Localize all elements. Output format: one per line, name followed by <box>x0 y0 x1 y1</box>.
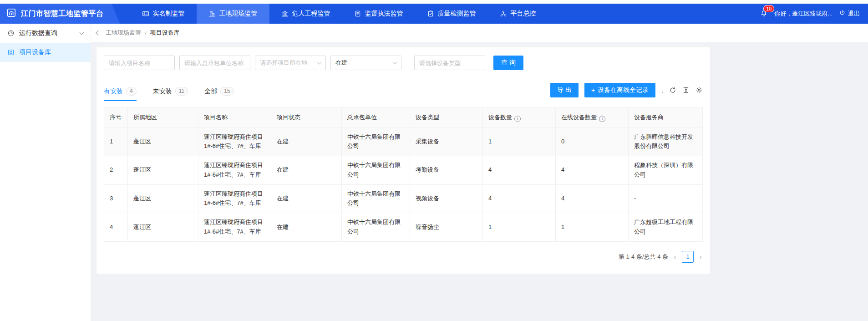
plus-icon: + <box>591 87 595 94</box>
dashboard-icon <box>7 30 15 37</box>
table-cell: - <box>629 184 703 213</box>
table-cell: 考勤设备 <box>410 156 483 185</box>
table-cell: 中铁十六局集团有限公司 <box>342 127 410 156</box>
tabs: 有安装 4 未安装 11 全部 15 <box>104 87 234 101</box>
table-cell: 2 <box>104 156 128 185</box>
table-cell: 中铁十六局集团有限公司 <box>342 184 410 213</box>
nav-item-platform-control[interactable]: 平台总控 <box>488 4 548 24</box>
table-cell: 在建 <box>271 156 342 185</box>
table-column-header: 项目名称 <box>198 108 271 128</box>
table-row: 4蓬江区蓬江区臻珑府商住项目1#-6#住宅、7#、车库在建中铁十六局集团有限公司… <box>104 213 703 242</box>
next-page-icon[interactable]: › <box>698 253 703 261</box>
tab-installed[interactable]: 有安装 4 <box>104 87 137 101</box>
refresh-icon[interactable] <box>669 87 676 94</box>
project-location-select[interactable]: 请选择项目所在地 <box>255 56 326 70</box>
nav-item-label: 平台总控 <box>511 10 536 18</box>
settings-gear-icon[interactable] <box>695 87 703 94</box>
table-cell: 蓬江区 <box>128 127 198 156</box>
table-header-row: 序号所属地区项目名称项目状态总承包单位设备类型设备数量i在线设备数量i设备服务商 <box>104 108 703 128</box>
table-column-header: 在线设备数量i <box>556 108 629 128</box>
logout-button[interactable]: 退出 <box>839 10 860 18</box>
pagination-summary: 第 1-4 条/总共 4 条 <box>619 253 668 261</box>
content-area: 请选择项目所在地 在建 查 询 有安装 4 <box>91 42 868 321</box>
info-circle-icon[interactable]: i <box>599 116 605 122</box>
device-online-offline-record-button[interactable]: + 设备在离线全记录 <box>584 83 655 97</box>
table-row: 1蓬江区蓬江区臻珑府商住项目1#-6#住宅、7#、车库在建中铁十六局集团有限公司… <box>104 127 703 156</box>
table-row: 3蓬江区蓬江区臻珑府商住项目1#-6#住宅、7#、车库在建中铁十六局集团有限公司… <box>104 184 703 213</box>
power-icon <box>839 10 846 18</box>
select-placeholder: 请选择项目所在地 <box>260 59 307 67</box>
nav-item-site-monitoring[interactable]: 工地现场监管 <box>197 4 269 24</box>
sidebar-item-device-library[interactable]: 项目设备库 <box>0 43 91 62</box>
table-cell: 程象科技（深圳）有限公司 <box>629 156 703 185</box>
table-toolbar: 有安装 4 未安装 11 全部 15 导 出 <box>104 83 703 101</box>
record-button-label: 设备在离线全记录 <box>598 86 649 94</box>
notification-bell[interactable]: 10 <box>760 9 768 19</box>
breadcrumb-bar: 工地现场监管 / 项目设备库 <box>91 24 868 42</box>
tab-count-badge: 11 <box>175 87 188 96</box>
table-cell: 在建 <box>271 213 342 242</box>
table-cell: 蓬江区臻珑府商住项目1#-6#住宅、7#、车库 <box>198 127 271 156</box>
table-cell: 中铁十六局集团有限公司 <box>342 156 410 185</box>
table-actions: 导 出 + 设备在离线全记录 , <box>550 83 703 101</box>
tab-not-installed[interactable]: 未安装 11 <box>153 87 188 101</box>
id-card-icon <box>142 10 149 17</box>
network-icon <box>500 10 507 17</box>
table-cell: 4 <box>483 156 556 185</box>
device-library-card: 请选择项目所在地 在建 查 询 有安装 4 <box>96 47 710 274</box>
table-cell: 噪音扬尘 <box>410 213 483 242</box>
nav-item-quality-testing[interactable]: 质量检测监管 <box>415 4 488 24</box>
table-column-header: 所属地区 <box>128 108 198 128</box>
nav-item-law-enforcement[interactable]: 监督执法监管 <box>342 4 415 24</box>
table-column-header: 设备数量i <box>483 108 556 128</box>
building-icon <box>208 10 216 17</box>
project-name-input[interactable] <box>104 56 175 70</box>
tab-label: 未安装 <box>153 87 172 96</box>
nav-item-realname[interactable]: 实名制监管 <box>130 4 197 24</box>
chevron-down-icon <box>80 31 84 35</box>
sidebar-group-run-data-query[interactable]: 运行数据查询 <box>0 24 91 43</box>
table-cell: 蓬江区臻珑府商住项目1#-6#住宅、7#、车库 <box>198 156 271 185</box>
tab-count-badge: 4 <box>126 87 137 96</box>
table-cell: 广东腾晖信息科技开发股份有限公司 <box>629 127 703 156</box>
nav-item-label: 质量检测监管 <box>438 10 476 18</box>
main-area: 工地现场监管 / 项目设备库 请选择项目所在地 在建 <box>91 24 868 321</box>
contractor-input[interactable] <box>179 56 250 70</box>
page-number[interactable]: 1 <box>682 251 694 263</box>
table-cell: 在建 <box>271 184 342 213</box>
table-cell: 蓬江区 <box>128 213 198 242</box>
tab-label: 全部 <box>204 87 217 96</box>
tab-count-badge: 15 <box>220 87 233 96</box>
table-column-header: 项目状态 <box>271 108 342 128</box>
table-row: 2蓬江区蓬江区臻珑府商住项目1#-6#住宅、7#、车库在建中铁十六局集团有限公司… <box>104 156 703 185</box>
tab-all[interactable]: 全部 15 <box>204 87 233 101</box>
pagination: 第 1-4 条/总共 4 条 ‹ 1 › <box>104 251 703 263</box>
table-cell: 蓬江区臻珑府商住项目1#-6#住宅、7#、车库 <box>198 184 271 213</box>
project-status-select[interactable]: 在建 <box>330 56 401 70</box>
table-cell: 视频设备 <box>410 184 483 213</box>
info-circle-icon[interactable]: i <box>514 116 521 122</box>
chevron-down-icon <box>317 60 322 64</box>
table-cell: 3 <box>104 184 128 213</box>
column-label: 序号 <box>110 114 122 121</box>
document-icon <box>354 10 361 17</box>
column-height-icon[interactable] <box>682 87 690 94</box>
table-cell: 4 <box>483 184 556 213</box>
table-cell: 中铁十六局集团有限公司 <box>342 213 410 242</box>
nav-item-major-hazard[interactable]: 危大工程监管 <box>269 4 342 24</box>
prev-page-icon[interactable]: ‹ <box>673 253 677 261</box>
sidebar-collapse-icon[interactable] <box>96 30 101 35</box>
user-greeting[interactable]: 你好，蓬江区臻珑府... <box>774 10 832 18</box>
sidebar: 运行数据查询 项目设备库 <box>0 24 91 321</box>
breadcrumb-parent[interactable]: 工地现场监管 <box>106 29 141 37</box>
column-label: 所属地区 <box>133 114 157 121</box>
table-body: 1蓬江区蓬江区臻珑府商住项目1#-6#住宅、7#、车库在建中铁十六局集团有限公司… <box>104 127 703 241</box>
table-column-header: 序号 <box>104 108 128 128</box>
search-button[interactable]: 查 询 <box>493 56 523 70</box>
device-type-input[interactable] <box>414 56 485 70</box>
device-library-icon <box>7 49 15 56</box>
export-button[interactable]: 导 出 <box>550 83 579 97</box>
table-cell: 1 <box>556 213 629 242</box>
topbar-right: 10 你好，蓬江区臻珑府... 退出 <box>760 4 868 24</box>
table-cell: 4 <box>556 184 629 213</box>
